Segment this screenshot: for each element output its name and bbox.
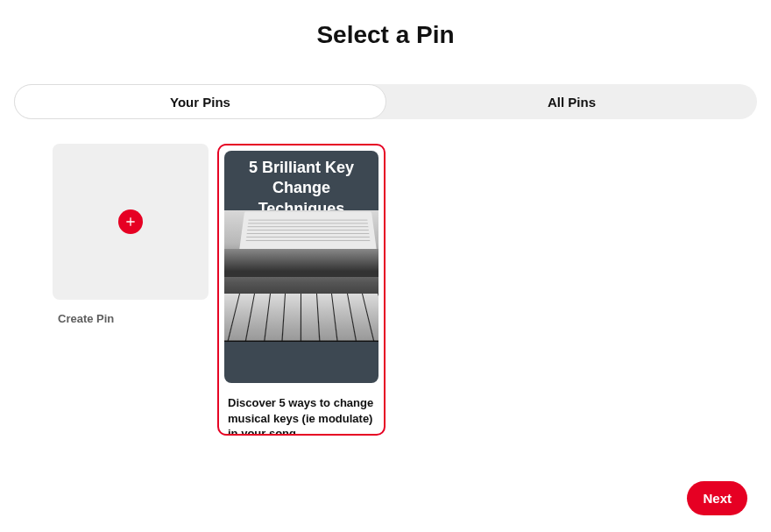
pins-area: Create Pin 5 Brilliant Key Change Techni… xyxy=(0,144,771,436)
tabs-container: Your Pins All Pins xyxy=(14,84,757,119)
next-button[interactable]: Next xyxy=(687,481,747,515)
pin-thumbnail: 5 Brilliant Key Change Techniques xyxy=(224,151,378,383)
tab-your-pins[interactable]: Your Pins xyxy=(14,84,386,119)
pin-card-selected[interactable]: 5 Brilliant Key Change Techniques Discov… xyxy=(217,144,386,436)
plus-icon xyxy=(118,209,143,234)
create-pin-box xyxy=(53,144,209,300)
page-title: Select a Pin xyxy=(0,21,771,49)
create-pin-label: Create Pin xyxy=(53,312,209,325)
create-pin-card[interactable]: Create Pin xyxy=(53,144,209,436)
tab-all-pins[interactable]: All Pins xyxy=(386,84,757,119)
pin-caption: Discover 5 ways to change musical keys (… xyxy=(224,383,378,434)
piano-image xyxy=(224,210,378,342)
